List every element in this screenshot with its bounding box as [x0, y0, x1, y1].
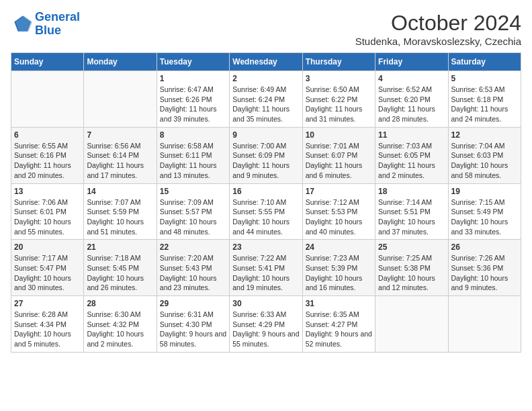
- day-content: 30Sunrise: 6:33 AMSunset: 4:29 PMDayligh…: [232, 299, 299, 349]
- weekday-header: Thursday: [302, 53, 375, 71]
- day-number: 23: [232, 242, 299, 252]
- day-info: Sunrise: 6:35 AMSunset: 4:27 PMDaylight:…: [306, 310, 372, 349]
- day-number: 11: [378, 130, 445, 140]
- day-content: 22Sunrise: 7:20 AMSunset: 5:43 PMDayligh…: [160, 242, 226, 293]
- day-number: 30: [232, 299, 299, 308]
- calendar-cell: 1Sunrise: 6:47 AMSunset: 6:26 PMDaylight…: [157, 71, 229, 128]
- calendar-cell: 6Sunrise: 6:55 AMSunset: 6:16 PMDaylight…: [11, 127, 84, 183]
- day-info: Sunrise: 7:26 AMSunset: 5:36 PMDaylight:…: [451, 253, 518, 293]
- day-info: Sunrise: 7:23 AMSunset: 5:39 PMDaylight:…: [306, 253, 372, 293]
- day-number: 13: [14, 187, 81, 196]
- calendar-cell: 12Sunrise: 7:04 AMSunset: 6:03 PMDayligh…: [448, 127, 521, 183]
- calendar-cell: 5Sunrise: 6:53 AMSunset: 6:18 PMDaylight…: [448, 71, 521, 128]
- calendar-cell: 20Sunrise: 7:17 AMSunset: 5:47 PMDayligh…: [11, 240, 84, 296]
- day-content: 24Sunrise: 7:23 AMSunset: 5:39 PMDayligh…: [306, 242, 372, 293]
- day-content: 8Sunrise: 6:58 AMSunset: 6:11 PMDaylight…: [160, 130, 226, 181]
- day-info: Sunrise: 7:25 AMSunset: 5:38 PMDaylight:…: [378, 253, 445, 293]
- day-content: 4Sunrise: 6:52 AMSunset: 6:20 PMDaylight…: [378, 74, 445, 124]
- day-content: 29Sunrise: 6:31 AMSunset: 4:30 PMDayligh…: [160, 299, 226, 349]
- day-content: 1Sunrise: 6:47 AMSunset: 6:26 PMDaylight…: [160, 74, 226, 124]
- day-info: Sunrise: 7:17 AMSunset: 5:47 PMDaylight:…: [14, 253, 81, 293]
- calendar-week-row: 27Sunrise: 6:28 AMSunset: 4:34 PMDayligh…: [11, 296, 521, 353]
- day-number: 5: [451, 74, 518, 83]
- logo-line1: General: [35, 10, 80, 24]
- day-content: 19Sunrise: 7:15 AMSunset: 5:49 PMDayligh…: [451, 187, 518, 237]
- weekday-header: Friday: [375, 53, 448, 71]
- day-number: 4: [378, 74, 445, 83]
- calendar-week-row: 20Sunrise: 7:17 AMSunset: 5:47 PMDayligh…: [11, 240, 521, 296]
- day-number: 9: [232, 130, 299, 140]
- calendar-table: SundayMondayTuesdayWednesdayThursdayFrid…: [11, 52, 521, 353]
- day-content: 2Sunrise: 6:49 AMSunset: 6:24 PMDaylight…: [232, 74, 299, 124]
- day-content: 17Sunrise: 7:12 AMSunset: 5:53 PMDayligh…: [306, 187, 372, 237]
- calendar-cell: 27Sunrise: 6:28 AMSunset: 4:34 PMDayligh…: [11, 296, 84, 353]
- day-info: Sunrise: 7:10 AMSunset: 5:55 PMDaylight:…: [232, 197, 299, 237]
- day-info: Sunrise: 6:56 AMSunset: 6:14 PMDaylight:…: [87, 141, 153, 181]
- day-number: 12: [451, 130, 518, 140]
- day-info: Sunrise: 7:01 AMSunset: 6:07 PMDaylight:…: [306, 141, 372, 181]
- calendar-week-row: 6Sunrise: 6:55 AMSunset: 6:16 PMDaylight…: [11, 127, 521, 183]
- calendar-cell: 19Sunrise: 7:15 AMSunset: 5:49 PMDayligh…: [448, 183, 521, 240]
- calendar-cell: 30Sunrise: 6:33 AMSunset: 4:29 PMDayligh…: [230, 296, 302, 353]
- weekday-header: Wednesday: [230, 53, 302, 71]
- day-content: 26Sunrise: 7:26 AMSunset: 5:36 PMDayligh…: [451, 242, 518, 293]
- calendar-cell: 18Sunrise: 7:14 AMSunset: 5:51 PMDayligh…: [375, 183, 448, 240]
- weekday-header: Monday: [84, 53, 157, 71]
- day-number: 22: [160, 242, 226, 252]
- day-content: 20Sunrise: 7:17 AMSunset: 5:47 PMDayligh…: [14, 242, 81, 293]
- day-info: Sunrise: 7:07 AMSunset: 5:59 PMDaylight:…: [87, 197, 153, 237]
- day-number: 8: [160, 130, 226, 140]
- day-content: 6Sunrise: 6:55 AMSunset: 6:16 PMDaylight…: [14, 130, 81, 181]
- day-info: Sunrise: 7:03 AMSunset: 6:05 PMDaylight:…: [378, 141, 445, 181]
- calendar-cell: 4Sunrise: 6:52 AMSunset: 6:20 PMDaylight…: [375, 71, 448, 128]
- day-info: Sunrise: 6:31 AMSunset: 4:30 PMDaylight:…: [160, 310, 226, 349]
- day-number: 14: [87, 187, 153, 196]
- calendar-cell: [375, 296, 448, 353]
- day-content: 31Sunrise: 6:35 AMSunset: 4:27 PMDayligh…: [306, 299, 372, 349]
- day-content: 27Sunrise: 6:28 AMSunset: 4:34 PMDayligh…: [14, 299, 81, 349]
- location-subtitle: Studenka, Moravskoslezsky, Czechia: [355, 36, 521, 47]
- day-number: 25: [378, 242, 445, 252]
- day-number: 19: [451, 187, 518, 196]
- calendar-cell: 21Sunrise: 7:18 AMSunset: 5:45 PMDayligh…: [84, 240, 157, 296]
- day-info: Sunrise: 7:06 AMSunset: 6:01 PMDaylight:…: [14, 197, 81, 237]
- calendar-cell: 28Sunrise: 6:30 AMSunset: 4:32 PMDayligh…: [84, 296, 157, 353]
- day-number: 21: [87, 242, 153, 252]
- calendar-cell: 16Sunrise: 7:10 AMSunset: 5:55 PMDayligh…: [230, 183, 302, 240]
- day-content: 9Sunrise: 7:00 AMSunset: 6:09 PMDaylight…: [232, 130, 299, 181]
- day-info: Sunrise: 7:12 AMSunset: 5:53 PMDaylight:…: [306, 197, 372, 237]
- day-info: Sunrise: 7:18 AMSunset: 5:45 PMDaylight:…: [87, 253, 153, 293]
- calendar-cell: 24Sunrise: 7:23 AMSunset: 5:39 PMDayligh…: [302, 240, 375, 296]
- day-content: 3Sunrise: 6:50 AMSunset: 6:22 PMDaylight…: [306, 74, 372, 124]
- day-number: 16: [232, 187, 299, 196]
- logo-line2: Blue: [35, 24, 61, 37]
- calendar-cell: 26Sunrise: 7:26 AMSunset: 5:36 PMDayligh…: [448, 240, 521, 296]
- day-info: Sunrise: 6:49 AMSunset: 6:24 PMDaylight:…: [232, 85, 299, 124]
- calendar-cell: 7Sunrise: 6:56 AMSunset: 6:14 PMDaylight…: [84, 127, 157, 183]
- day-number: 17: [306, 187, 372, 196]
- calendar-cell: 31Sunrise: 6:35 AMSunset: 4:27 PMDayligh…: [302, 296, 375, 353]
- calendar-cell: 8Sunrise: 6:58 AMSunset: 6:11 PMDaylight…: [157, 127, 229, 183]
- day-content: 16Sunrise: 7:10 AMSunset: 5:55 PMDayligh…: [232, 187, 299, 237]
- day-number: 1: [160, 74, 226, 83]
- weekday-header-row: SundayMondayTuesdayWednesdayThursdayFrid…: [11, 53, 521, 71]
- day-info: Sunrise: 7:22 AMSunset: 5:41 PMDaylight:…: [232, 253, 299, 293]
- day-info: Sunrise: 6:47 AMSunset: 6:26 PMDaylight:…: [160, 85, 226, 124]
- logo: General Blue: [11, 11, 80, 38]
- day-info: Sunrise: 6:33 AMSunset: 4:29 PMDaylight:…: [232, 310, 299, 349]
- day-info: Sunrise: 7:20 AMSunset: 5:43 PMDaylight:…: [160, 253, 226, 293]
- day-number: 28: [87, 299, 153, 308]
- day-info: Sunrise: 6:28 AMSunset: 4:34 PMDaylight:…: [14, 310, 81, 349]
- calendar-cell: 3Sunrise: 6:50 AMSunset: 6:22 PMDaylight…: [302, 71, 375, 128]
- calendar-cell: [448, 296, 521, 353]
- weekday-header: Sunday: [11, 53, 84, 71]
- calendar-cell: [84, 71, 157, 128]
- day-number: 26: [451, 242, 518, 252]
- day-number: 7: [87, 130, 153, 140]
- month-title: October 2024: [355, 11, 521, 36]
- day-info: Sunrise: 7:04 AMSunset: 6:03 PMDaylight:…: [451, 141, 518, 181]
- day-info: Sunrise: 6:55 AMSunset: 6:16 PMDaylight:…: [14, 141, 81, 181]
- calendar-cell: [11, 71, 84, 128]
- calendar-week-row: 1Sunrise: 6:47 AMSunset: 6:26 PMDaylight…: [11, 71, 521, 128]
- day-content: 12Sunrise: 7:04 AMSunset: 6:03 PMDayligh…: [451, 130, 518, 181]
